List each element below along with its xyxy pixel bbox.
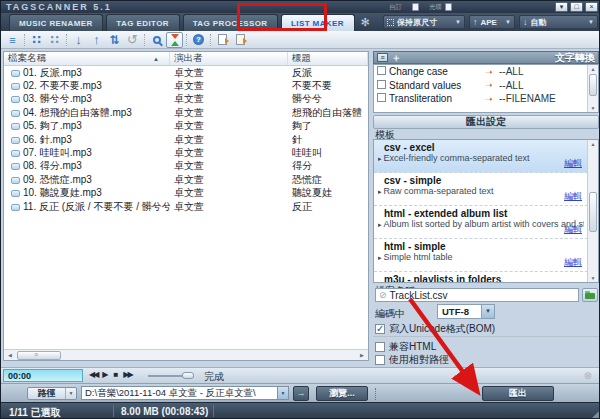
cover-size-dropdown[interactable]: 保持原尺寸 ▼ — [383, 15, 465, 29]
scroll-right-icon[interactable]: ▶ — [357, 351, 367, 360]
transform-title: 文字轉換 — [555, 51, 595, 65]
add-icon[interactable]: ＋ — [391, 51, 401, 65]
arrow-up-icon: ↑ — [473, 17, 478, 27]
horizontal-scrollbar[interactable]: ◀ ▶ — [4, 349, 368, 360]
layout-preset-button[interactable] — [412, 3, 419, 11]
search-icon[interactable] — [148, 32, 165, 48]
table-row[interactable]: 03. 髒兮兮.mp3 卓文萱 髒兮兮 — [4, 93, 368, 106]
play-icon[interactable]: ▶ — [102, 370, 108, 379]
export-file-icon[interactable] — [214, 32, 231, 48]
transform-scrollbar[interactable]: ▲ ▼ — [587, 65, 598, 112]
resize-grip[interactable]: ◢ — [592, 409, 599, 419]
go-button[interactable]: → — [293, 386, 309, 401]
forward-icon[interactable]: ▶▶ — [123, 370, 131, 379]
list-icon[interactable]: ≡ — [377, 53, 388, 62]
layout-preset-button[interactable] — [419, 3, 426, 11]
list-view-icon[interactable]: ≡ — [4, 32, 21, 48]
browse-folder-button[interactable] — [582, 288, 598, 302]
table-row[interactable]: 01. 反派.mp3 卓文萱 反派 — [4, 66, 368, 79]
scroll-up-icon[interactable]: ▲ — [589, 141, 597, 147]
bom-checkbox[interactable] — [375, 324, 385, 334]
volume-slider[interactable] — [148, 375, 194, 377]
scroll-down-icon[interactable]: ▼ — [589, 275, 597, 281]
close-player-icon[interactable]: ⊗ — [584, 370, 592, 381]
cell-title: 針 — [288, 133, 368, 147]
transform-value: --ALL — [499, 66, 598, 77]
sort-icon[interactable]: ⇅ — [106, 32, 123, 48]
transform-checkbox[interactable] — [377, 66, 386, 75]
table-row[interactable]: 07. 哇哇叫.mp3 卓文萱 哇哇叫 — [4, 146, 368, 159]
layout-preset-button[interactable] — [452, 3, 459, 11]
move-up-icon[interactable]: ↑ — [88, 32, 105, 48]
table-row[interactable]: 05. 夠了.mp3 卓文萱 夠了 — [4, 120, 368, 133]
transform-row[interactable]: Transliteration ➝ --FILENAME — [374, 92, 598, 106]
sort-up-dropdown[interactable]: ↑ APE ▼ — [469, 15, 515, 29]
relative-path-checkbox[interactable] — [375, 355, 385, 365]
list-item[interactable]: m3u - playlists in folders ▸ — [374, 272, 588, 283]
table-row[interactable]: 04. 想飛的自由落體.mp3 卓文萱 想飛的自由落體 — [4, 106, 368, 119]
column-title[interactable]: 標題 — [288, 52, 368, 65]
browse-button[interactable]: 瀏覽... — [316, 386, 368, 401]
cell-title: 反派 — [288, 66, 368, 80]
scroll-up-icon[interactable]: ▲ — [589, 66, 597, 72]
table-row[interactable]: 06. 針.mp3 卓文萱 針 — [4, 133, 368, 146]
minimize-button[interactable]: ▾ — [555, 2, 568, 12]
scrollbar-thumb[interactable] — [589, 192, 597, 232]
list-item[interactable]: csv - excel ▸Excel-friendly comma-separa… — [374, 140, 588, 173]
transform-row[interactable]: Standard values ➝ --ALL — [374, 79, 598, 93]
help-icon[interactable]: ? — [190, 32, 207, 48]
arrow-right-icon: ➝ — [485, 94, 499, 104]
edit-link[interactable]: 編輯 — [564, 223, 582, 236]
track-icon — [11, 137, 20, 144]
track-icon — [11, 204, 20, 211]
list-item[interactable]: html - extended album list ▸Album list s… — [374, 206, 588, 239]
gear-icon[interactable]: ✻ — [361, 16, 370, 29]
layout-preset-button[interactable] — [459, 3, 466, 11]
chevron-down-icon[interactable]: ▼ — [277, 387, 288, 399]
column-filename[interactable]: 檔案名稱 ▲ — [4, 52, 170, 65]
table-row[interactable]: 09. 恐慌症.mp3 卓文萱 恐慌症 — [4, 173, 368, 186]
maximize-button[interactable]: □ — [570, 2, 583, 12]
preview-icon[interactable] — [166, 32, 183, 48]
template-scrollbar[interactable]: ▲ ▼ — [587, 140, 598, 282]
edit-link[interactable]: 編輯 — [564, 256, 582, 269]
rewind-icon[interactable]: ◀◀ — [89, 370, 97, 379]
invert-selection-icon[interactable]: ∷ — [46, 32, 63, 48]
layout-preset-button[interactable] — [445, 3, 452, 11]
move-down-icon[interactable]: ↓ — [70, 32, 87, 48]
scroll-left-icon[interactable]: ◀ — [5, 351, 15, 360]
sort-down-dropdown[interactable]: ↓ 自動 ▼ — [519, 15, 598, 29]
list-item[interactable]: csv - simple ▸Raw comma-separated text 編… — [374, 173, 588, 206]
tab[interactable]: TAG editor — [106, 14, 180, 31]
slider-thumb[interactable] — [182, 372, 194, 379]
transform-checkbox[interactable] — [377, 80, 386, 89]
list-item[interactable]: html - simple ▸Simple html table 編輯 — [374, 239, 588, 272]
transform-checkbox[interactable] — [377, 93, 386, 102]
toolbar-separator — [144, 34, 145, 46]
layout-preset-button[interactable] — [405, 3, 412, 11]
tab[interactable]: Music renamer — [9, 14, 103, 31]
table-row[interactable]: 11. 反正 (反派 / 不要不要 / 髒兮兮... 卓文萱 反正 — [4, 200, 368, 213]
table-row[interactable]: 02. 不要不要.mp3 卓文萱 不要不要 — [4, 79, 368, 92]
bullet-icon: ▸ — [378, 155, 382, 162]
scrollbar-thumb[interactable] — [17, 351, 61, 360]
template-desc: Album list sorted by album artist with c… — [384, 219, 584, 229]
annotation-rectangle — [237, 3, 327, 31]
html-compat-checkbox[interactable] — [375, 342, 385, 352]
path-button[interactable]: 路徑 ▼ — [27, 387, 77, 400]
close-button[interactable]: × — [585, 2, 598, 12]
scroll-down-icon[interactable]: ▼ — [589, 105, 597, 111]
edit-link[interactable]: 編輯 — [564, 157, 582, 170]
stop-icon[interactable]: ■ — [113, 370, 118, 379]
select-all-icon[interactable]: ∷ — [28, 32, 45, 48]
scrollbar-thumb[interactable] — [589, 74, 597, 96]
edit-link[interactable]: 編輯 — [564, 190, 582, 203]
table-row[interactable]: 10. 聽說夏娃.mp3 卓文萱 聽說夏娃 — [4, 187, 368, 200]
undo-icon[interactable]: ↺ — [124, 32, 141, 48]
column-artist[interactable]: 演出者 — [170, 52, 288, 65]
path-input[interactable]: D:\音樂\2011-11-04 卓文萱 - 反正卓文萱\ ▼ — [81, 386, 289, 400]
table-row[interactable]: 08. 得分.mp3 卓文萱 得分 — [4, 160, 368, 173]
template-items: csv - excel ▸Excel-friendly comma-separa… — [374, 140, 588, 283]
transform-row[interactable]: Change case ➝ --ALL — [374, 65, 598, 79]
open-export-icon[interactable] — [232, 32, 249, 48]
